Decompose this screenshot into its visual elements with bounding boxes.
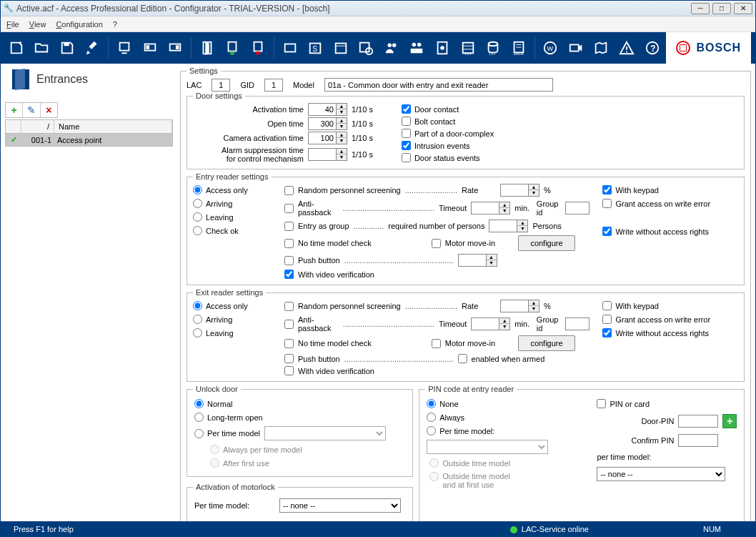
exit-access-only-radio[interactable]: [193, 301, 202, 310]
door-pin-input[interactable]: [678, 415, 718, 428]
door-icon[interactable]: [196, 36, 219, 59]
entry-write-no-check[interactable]: [602, 227, 612, 236]
exit-grant-err-check[interactable]: [602, 315, 612, 324]
open-time-input[interactable]: [308, 117, 337, 130]
entry-configure-button[interactable]: configure: [518, 235, 575, 251]
persons-icon[interactable]: [380, 36, 403, 59]
entry-grant-err-check[interactable]: [602, 199, 612, 208]
reader-red-icon[interactable]: [247, 36, 269, 59]
area-icon[interactable]: [279, 36, 302, 59]
add-button[interactable]: +: [6, 103, 23, 117]
menu-help[interactable]: ?: [113, 20, 117, 29]
pin-always-radio[interactable]: [427, 413, 436, 422]
entry-groupid-input[interactable]: [565, 202, 590, 215]
delete-button[interactable]: ×: [41, 103, 57, 117]
tree-row[interactable]: ✓ 001-1 Access point: [5, 134, 173, 147]
entry-arriving-radio[interactable]: [193, 199, 202, 208]
wiegand-icon[interactable]: W: [539, 36, 562, 59]
entry-leaving-radio[interactable]: [193, 212, 202, 222]
entry-group-check[interactable]: [284, 222, 294, 231]
exit-timeout-input[interactable]: [471, 317, 499, 330]
svg-rect-9: [254, 42, 262, 51]
panel2-icon[interactable]: [164, 36, 186, 59]
database-icon[interactable]: TXT: [482, 36, 504, 59]
close-button[interactable]: ✕: [734, 3, 752, 14]
menu-file[interactable]: File: [6, 20, 19, 29]
entry-push-input[interactable]: [458, 254, 487, 267]
help-icon[interactable]: ?: [641, 36, 664, 59]
entry-checkok-radio[interactable]: [193, 226, 202, 235]
entry-rate-input[interactable]: [500, 184, 529, 197]
reader-green-icon[interactable]: [222, 36, 244, 59]
entry-anti-check[interactable]: [284, 204, 294, 213]
exit-anti-check[interactable]: [284, 320, 294, 329]
model-input[interactable]: [324, 78, 553, 92]
exit-notime-check[interactable]: [284, 339, 294, 348]
exit-groupid-input[interactable]: [565, 317, 590, 330]
warning-icon[interactable]: [615, 36, 638, 59]
door-contact-check[interactable]: [402, 104, 411, 114]
exit-keypad-check[interactable]: [602, 301, 612, 310]
map-icon[interactable]: [590, 36, 613, 59]
unlock-ptm-select[interactable]: [264, 426, 386, 440]
entry-access-only-radio[interactable]: [193, 185, 202, 194]
gid-input[interactable]: [264, 79, 283, 92]
group-icon[interactable]: [406, 36, 429, 59]
add-pin-button[interactable]: +: [722, 414, 737, 428]
entry-push-check[interactable]: [284, 256, 294, 265]
intrusion-check[interactable]: [402, 141, 411, 150]
entry-persons-input[interactable]: [489, 220, 517, 232]
unlock-normal-radio[interactable]: [194, 399, 204, 408]
controller-icon[interactable]: [113, 36, 136, 59]
open-icon[interactable]: [31, 36, 54, 59]
status-events-check[interactable]: [402, 153, 411, 162]
unlock-ptm-radio[interactable]: [194, 429, 204, 438]
exit-rate-input[interactable]: [500, 300, 529, 312]
exit-rand-check[interactable]: [284, 302, 294, 311]
unlock-long-radio[interactable]: [194, 413, 204, 422]
exit-video-check[interactable]: [284, 366, 294, 375]
activation-time-input[interactable]: [308, 103, 337, 116]
fields-icon[interactable]: TXT: [457, 36, 479, 59]
report-icon[interactable]: DATA: [507, 36, 530, 59]
maximize-button[interactable]: □: [712, 3, 731, 14]
entry-notime-check[interactable]: [284, 239, 294, 248]
door-complex-check[interactable]: [402, 129, 411, 138]
entry-timeout-input[interactable]: [471, 202, 499, 215]
entry-keypad-check[interactable]: [602, 185, 612, 194]
exit-configure-button[interactable]: configure: [518, 335, 575, 351]
entry-rand-check[interactable]: [284, 186, 294, 195]
camera-icon[interactable]: [564, 36, 587, 59]
panel1-icon[interactable]: [139, 36, 161, 59]
pin-ptm2-select[interactable]: -- none --: [597, 467, 725, 481]
card-icon[interactable]: [431, 36, 454, 59]
entry-motor-check[interactable]: [432, 239, 441, 248]
exit-arriving-radio[interactable]: [193, 315, 202, 324]
new-icon[interactable]: [5, 36, 28, 59]
pin-none-radio[interactable]: [427, 399, 436, 408]
exit-armed-check[interactable]: [458, 354, 467, 363]
pin-ptm-select[interactable]: [427, 440, 548, 454]
settings-icon[interactable]: [81, 36, 104, 59]
schedule-icon[interactable]: S: [304, 36, 327, 59]
alarm-supp-input[interactable]: [308, 148, 337, 161]
menu-view[interactable]: View: [29, 20, 46, 29]
camera-time-input[interactable]: [308, 132, 337, 144]
pin-ptm-radio[interactable]: [427, 426, 436, 435]
motorlock-select[interactable]: -- none --: [279, 498, 401, 513]
pin-or-card-check[interactable]: [597, 399, 606, 408]
exit-write-no-check[interactable]: [602, 328, 612, 338]
menu-configuration[interactable]: Configuration: [56, 20, 102, 29]
confirm-pin-input[interactable]: [678, 434, 718, 447]
exit-push-check[interactable]: [284, 354, 294, 363]
minimize-button[interactable]: ─: [691, 3, 710, 14]
exit-motor-check[interactable]: [432, 339, 441, 348]
entry-video-check[interactable]: [284, 270, 294, 279]
calendar-icon[interactable]: [329, 36, 352, 59]
calendar-clock-icon[interactable]: [354, 36, 377, 59]
exit-leaving-radio[interactable]: [193, 328, 202, 338]
edit-button[interactable]: ✎: [23, 103, 40, 117]
bolt-contact-check[interactable]: [402, 117, 411, 126]
lac-input[interactable]: [212, 79, 230, 92]
save-icon[interactable]: [56, 36, 79, 59]
